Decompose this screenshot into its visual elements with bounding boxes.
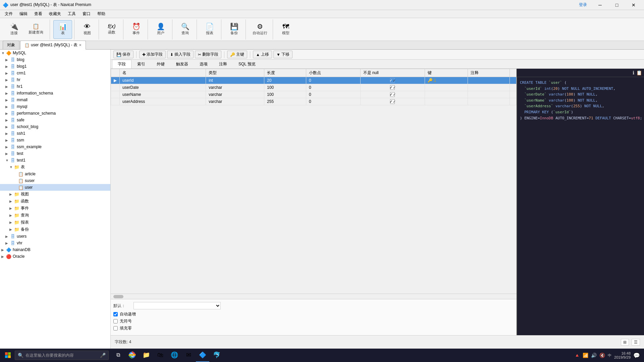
tab-objects[interactable]: 对象 xyxy=(3,41,19,49)
sidebar-item-mmall[interactable]: ▶ 🗄 mmall xyxy=(0,97,110,103)
sidebar-item-ssh1[interactable]: ▶ 🗄 ssh1 xyxy=(0,130,110,137)
view-btn[interactable]: 👁 视图 xyxy=(78,20,97,39)
sidebar-item-school-blog[interactable]: ▶ 🗄 school_blog xyxy=(0,123,110,130)
sidebar-item-safe[interactable]: ▶ 🗄 safe xyxy=(0,117,110,123)
notification-icon[interactable]: 💬 xyxy=(633,352,640,359)
field-notnull[interactable]: ✓ xyxy=(360,98,425,105)
auto-run-btn[interactable]: ⚙ 自动运行 xyxy=(249,20,271,39)
sidebar-item-suser[interactable]: 📋 suser xyxy=(0,177,110,184)
field-name[interactable]: userName xyxy=(120,91,206,98)
sql-info-btn[interactable]: ℹ xyxy=(633,70,634,75)
list-mode-btn[interactable]: ☰ xyxy=(632,339,640,346)
delete-field-btn[interactable]: ✂ 删除字段 xyxy=(195,51,221,58)
tab-table-editor[interactable]: 📋 user @test1 (MySQL) - 表 ✕ xyxy=(20,41,86,50)
sidebar-item-reports[interactable]: ▶ 📁 报表 xyxy=(0,219,110,226)
sidebar-item-blog[interactable]: ▶ 🗄 blog xyxy=(0,56,110,63)
field-decimal[interactable]: 0 xyxy=(306,84,361,91)
taskbar-mail[interactable]: ✉ xyxy=(182,349,195,362)
taskbar-chrome[interactable] xyxy=(125,349,139,362)
field-type[interactable]: varchar xyxy=(206,91,264,98)
menu-help[interactable]: 帮助 xyxy=(94,10,109,17)
field-name[interactable]: userAddress xyxy=(120,98,206,105)
network-icon[interactable]: 🔺 xyxy=(574,353,580,358)
sidebar-item-user[interactable]: 📋 user xyxy=(0,184,110,191)
sidebar-item-test[interactable]: ▶ 🗄 test xyxy=(0,150,110,157)
field-comment[interactable] xyxy=(468,91,509,98)
primary-key-btn[interactable]: 🔑 主键 xyxy=(227,51,247,58)
field-type[interactable]: int xyxy=(206,77,264,84)
report-btn[interactable]: 📄 报表 xyxy=(200,20,219,39)
sidebar-item-backups[interactable]: ▶ 📁 备份 xyxy=(0,226,110,233)
field-length[interactable]: 100 xyxy=(264,91,306,98)
sidebar-item-mysql-db[interactable]: ▶ 🗄 mysql xyxy=(0,103,110,110)
default-select[interactable] xyxy=(133,302,221,309)
sidebar-item-hr1[interactable]: ▶ 🗄 hr1 xyxy=(0,83,110,90)
taskbar-app-other[interactable]: 🐬 xyxy=(210,349,223,362)
model-btn[interactable]: 🗺 模型 xyxy=(276,20,295,39)
tab-sql-preview[interactable]: SQL 预览 xyxy=(233,60,261,68)
query-btn[interactable]: 🔍 查询 xyxy=(176,20,195,39)
tab-triggers[interactable]: 触发器 xyxy=(170,60,194,68)
sidebar-item-information-schema[interactable]: ▶ 🗄 information_schema xyxy=(0,90,110,97)
field-comment[interactable] xyxy=(468,98,509,105)
minimize-btn[interactable]: ─ xyxy=(592,0,608,10)
taskbar-clock[interactable]: 16:48 2019/9/29 xyxy=(614,351,631,359)
view-mode-btn[interactable]: ⊞ xyxy=(621,339,629,346)
add-field-btn[interactable]: ✚ 添加字段 xyxy=(139,51,166,58)
field-name[interactable]: userId xyxy=(120,77,206,84)
maximize-btn[interactable]: □ xyxy=(609,0,625,10)
sidebar-item-performance-schema[interactable]: ▶ 🗄 performance_schema xyxy=(0,110,110,117)
menu-file[interactable]: 文件 xyxy=(1,10,16,17)
table-scroll[interactable]: 名 类型 长度 小数点 不是 null 键 注释 xyxy=(111,69,517,294)
auto-increment-checkbox[interactable] xyxy=(113,312,118,316)
tab-close-btn[interactable]: ✕ xyxy=(79,43,82,47)
tab-options[interactable]: 选项 xyxy=(194,60,213,68)
move-down-btn[interactable]: ▼ 下移 xyxy=(273,51,292,58)
sql-copy-btn[interactable]: 📋 xyxy=(636,70,642,75)
field-length[interactable]: 20 xyxy=(264,77,306,84)
taskbar-search[interactable]: 🔍 在这里输入你要搜索的内容 🎤 xyxy=(15,351,109,360)
close-btn[interactable]: ✕ xyxy=(626,0,641,10)
backup-btn[interactable]: 💾 备份 xyxy=(225,20,244,39)
taskbar-store[interactable]: 🛍 xyxy=(154,349,167,362)
field-comment[interactable] xyxy=(468,84,509,91)
tab-comments[interactable]: 注释 xyxy=(213,60,233,68)
tab-foreign-keys[interactable]: 外键 xyxy=(151,60,170,68)
table-row[interactable]: ▶ userId int 20 0 ✓ 🔑 1 xyxy=(111,77,517,84)
sidebar-item-events[interactable]: ▶ 📁 事件 xyxy=(0,205,110,212)
sidebar-item-test1[interactable]: ▼ 🗄 test1 xyxy=(0,157,110,164)
table-row[interactable]: userDate varchar 100 0 ✓ xyxy=(111,84,517,91)
user-btn[interactable]: 👤 用户 xyxy=(151,20,170,39)
start-btn[interactable] xyxy=(1,349,15,362)
function-btn[interactable]: f(x) 函数 xyxy=(102,20,121,39)
table-row[interactable]: userAddress varchar 255 0 ✓ xyxy=(111,98,517,105)
sidebar-item-hr[interactable]: ▶ 🗄 hr xyxy=(0,76,110,83)
taskbar-edge[interactable]: 🌐 xyxy=(168,349,181,362)
sidebar-item-crm1[interactable]: ▶ 🗄 crm1 xyxy=(0,70,110,76)
field-length[interactable]: 255 xyxy=(264,98,306,105)
sidebar-item-vhr[interactable]: ▶ 🗄 vhr xyxy=(0,240,110,246)
table-row[interactable]: userName varchar 100 0 ✓ xyxy=(111,91,517,98)
menu-favorites[interactable]: 收藏夹 xyxy=(46,10,64,17)
field-decimal[interactable]: 0 xyxy=(306,91,361,98)
field-notnull[interactable]: ✓ xyxy=(360,84,425,91)
insert-field-btn[interactable]: ⬇ 插入字段 xyxy=(167,51,194,58)
event-btn[interactable]: ⏰ 事件 xyxy=(127,20,146,39)
sidebar-item-mysql[interactable]: ▼ 🔶 MySQL xyxy=(0,50,110,56)
h-scrollbar-thumb[interactable] xyxy=(113,295,123,298)
table-btn[interactable]: 📊 表 xyxy=(53,20,72,39)
field-length[interactable]: 100 xyxy=(264,84,306,91)
field-decimal[interactable]: 0 xyxy=(306,98,361,105)
new-query-btn[interactable]: 📋 新建查询 xyxy=(24,20,48,39)
taskbar-navicat[interactable]: 🔷 xyxy=(196,349,209,362)
sidebar-item-functions[interactable]: ▶ 📁 函数 xyxy=(0,198,110,205)
unsigned-checkbox[interactable] xyxy=(113,319,118,323)
volume-icon[interactable]: 🔊 xyxy=(591,353,597,358)
menu-view[interactable]: 查看 xyxy=(31,10,46,17)
field-name[interactable]: userDate xyxy=(120,84,206,91)
field-comment[interactable] xyxy=(468,77,509,84)
sidebar-item-article[interactable]: 📋 article xyxy=(0,171,110,177)
sidebar-item-queries[interactable]: ▶ 📁 查询 xyxy=(0,212,110,219)
sidebar-item-views[interactable]: ▶ 📁 视图 xyxy=(0,191,110,198)
language-indicator[interactable]: 中 xyxy=(608,353,611,358)
